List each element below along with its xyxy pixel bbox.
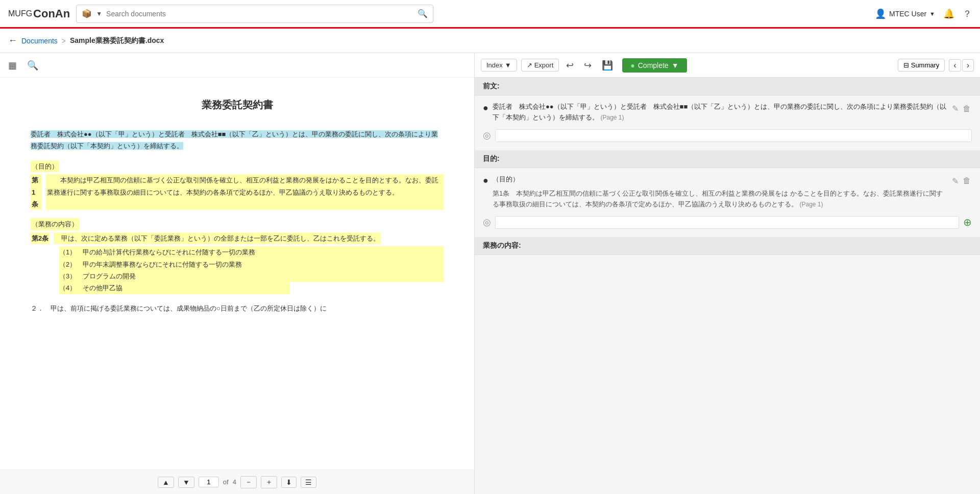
- app-logo: MUFG ConAn: [8, 7, 70, 20]
- user-menu[interactable]: 👤 MTEC User ▼: [875, 8, 935, 19]
- bell-icon[interactable]: 🔔: [943, 8, 954, 19]
- user-dropdown-icon: ▼: [929, 11, 935, 17]
- download-button[interactable]: ⬇: [281, 477, 297, 488]
- section-tag-content: （業務の内容）: [31, 218, 444, 230]
- summary-label: Summary: [911, 61, 940, 69]
- annotation-item: ● 委託者 株式会社●●（以下「甲」という）と受託者 株式会社■■（以下「乙」と…: [483, 102, 972, 123]
- purpose-tag: （目的）: [31, 160, 59, 172]
- annotation-purpose-actions: ✎ 🗑: [951, 175, 972, 187]
- export-button[interactable]: ↗ Export: [521, 59, 559, 72]
- delete-purpose-button[interactable]: 🗑: [962, 175, 972, 187]
- document-content: 業務委託契約書 委託者 株式会社●●（以下「甲」という）と受託者 株式会社■■（…: [0, 78, 474, 469]
- panel-toggle-button[interactable]: ▦: [6, 58, 19, 73]
- article-1-row: 第1条 本契約は甲乙相互間の信頼に基づく公正な取引関係を確立し、相互の利益と業務…: [31, 174, 444, 210]
- index-dropdown-icon: ▼: [505, 61, 511, 69]
- main-layout: ▦ 🔍 業務委託契約書 委託者 株式会社●●（以下「甲」という）と受託者 株式会…: [0, 53, 980, 494]
- purpose-bullet-icon: ●: [483, 175, 488, 186]
- note-input-purpose[interactable]: [495, 216, 959, 229]
- summary-button[interactable]: ⊟ Summary: [898, 59, 945, 72]
- article-2-text: 甲は、次に定める業務（以下「委託業務」という）の全部または一部を乙に委託し、乙は…: [54, 232, 381, 244]
- nav-next-button[interactable]: ›: [962, 59, 974, 72]
- article-2-sub-items: （1） 甲の給与計算代行業務ならびにそれに付随する一切の業務 （2） 甲の年末調…: [59, 246, 444, 294]
- complete-dropdown-icon: ▼: [672, 61, 679, 69]
- index-button[interactable]: Index ▼: [481, 59, 517, 72]
- page-down-button[interactable]: ▼: [178, 477, 194, 488]
- section-preamble: 前文: ● 委託者 株式会社●●（以下「甲」という）と受託者 株式会社■■（以下…: [475, 78, 980, 150]
- document-title: 業務委託契約書: [31, 98, 444, 112]
- section-purpose-header: 目的:: [475, 150, 980, 168]
- search-panel-button[interactable]: 🔍: [25, 58, 40, 73]
- breadcrumb-separator: >: [62, 37, 66, 45]
- user-avatar-icon: 👤: [875, 8, 886, 19]
- nav-prev-button[interactable]: ‹: [949, 59, 961, 72]
- note-input-preamble[interactable]: [495, 129, 972, 142]
- delete-preamble-button[interactable]: 🗑: [962, 103, 972, 114]
- section-tag-purpose: （目的）: [31, 160, 444, 172]
- sub-item-1: （1） 甲の給与計算代行業務ならびにそれに付随する一切の業務: [59, 246, 444, 258]
- article-2-2-row: ２． 甲は、前項に掲げる委託業務については、成果物納品の○日前まで（乙の所定休日…: [31, 302, 444, 314]
- export-label: Export: [534, 61, 554, 69]
- annotation-purpose-title: （目的）: [493, 174, 947, 185]
- dropdown-arrow-icon[interactable]: ▼: [96, 10, 102, 17]
- add-purpose-note-button[interactable]: ⊕: [963, 216, 972, 228]
- zoom-in-button[interactable]: ＋: [261, 476, 277, 488]
- section-purpose-block: （目的） 第1条 本契約は甲乙相互間の信頼に基づく公正な取引関係を確立し、相互の…: [31, 160, 444, 210]
- section-preamble-body: ● 委託者 株式会社●●（以下「甲」という）と受託者 株式会社■■（以下「乙」と…: [475, 96, 980, 150]
- breadcrumb-current-file: Sample業務委託契約書.docx: [70, 36, 164, 45]
- annotation-purpose-content: （目的） 第1条 本契約は甲乙相互間の信頼に基づく公正な取引関係を確立し、相互の…: [493, 174, 947, 210]
- search-submit-icon[interactable]: 🔍: [418, 9, 428, 18]
- section-purpose-body: ● （目的） 第1条 本契約は甲乙相互間の信頼に基づく公正な取引関係を確立し、相…: [475, 168, 980, 237]
- menu-button[interactable]: ☰: [301, 477, 316, 488]
- logo-conan: ConAn: [33, 7, 70, 20]
- complete-dot-icon: ●: [630, 61, 634, 69]
- intro-highlighted-text: 委託者 株式会社●●（以下「甲」という）と受託者 株式会社■■（以下「乙」という…: [31, 130, 438, 150]
- article-1-text: 本契約は甲乙相互間の信頼に基づく公正な取引関係を確立し、相互の利益と業務の発展を…: [46, 174, 444, 210]
- nav-arrows: ‹ ›: [949, 59, 974, 72]
- content-tag: （業務の内容）: [31, 218, 79, 230]
- breadcrumb-bar: ← Documents > Sample業務委託契約書.docx: [0, 29, 980, 53]
- article-2-2-text: ２． 甲は、前項に掲げる委託業務については、成果物納品の○日前まで（乙の所定休日…: [31, 304, 327, 312]
- sub-item-4: （4） その他甲乙協: [59, 282, 290, 294]
- section-content-block: （業務の内容） 第2条 甲は、次に定める業務（以下「委託業務」という）の全部また…: [31, 218, 444, 294]
- page-number-input[interactable]: [199, 477, 219, 487]
- nav-icons: 👤 MTEC User ▼ 🔔 ？: [875, 8, 972, 20]
- index-label: Index: [486, 61, 503, 69]
- note-bullet-icon: ◎: [483, 130, 491, 141]
- package-icon: 📦: [82, 9, 92, 18]
- back-button[interactable]: ←: [8, 35, 17, 46]
- section-purpose: 目的: ● （目的） 第1条 本契約は甲乙相互間の信頼に基づく公正な取引関係を確…: [475, 150, 980, 237]
- article-2-row: 第2条 甲は、次に定める業務（以下「委託業務」という）の全部または一部を乙に委託…: [31, 232, 444, 244]
- page-ref: (Page 1): [601, 114, 624, 121]
- note-input-row-purpose: ◎ ⊕: [483, 216, 972, 229]
- annotation-preamble-text: 委託者 株式会社●●（以下「甲」という）と受託者 株式会社■■（以下「乙」という…: [493, 102, 947, 123]
- section-preamble-header: 前文:: [475, 78, 980, 96]
- edit-preamble-button[interactable]: ✎: [951, 103, 960, 114]
- zoom-out-button[interactable]: －: [240, 476, 257, 488]
- complete-button[interactable]: ● Complete ▼: [622, 58, 687, 73]
- article-2-num: 第2条: [31, 232, 50, 244]
- annotation-purpose-detail: 第1条 本契約は甲乙相互間の信頼に基づく公正な取引関係を確立し、相互の利益と業務…: [493, 189, 947, 210]
- right-toolbar: Index ▼ ↗ Export ↩ ↪ 💾 ● Complete ▼ ⊟ Su…: [475, 53, 980, 78]
- page-of-label: of: [223, 478, 229, 486]
- page-up-button[interactable]: ▲: [158, 477, 174, 488]
- help-icon[interactable]: ？: [963, 8, 972, 20]
- note-purpose-bullet-icon: ◎: [483, 217, 491, 228]
- breadcrumb-documents[interactable]: Documents: [21, 37, 58, 45]
- redo-button[interactable]: ↪: [581, 59, 595, 72]
- section-business-content-header: 業務の内容:: [475, 237, 980, 255]
- left-toolbar: ▦ 🔍: [0, 53, 474, 78]
- article-1-num: 第1条: [31, 174, 42, 210]
- annotation-preamble-actions: ✎ 🗑: [951, 103, 972, 114]
- save-button[interactable]: 💾: [599, 59, 616, 72]
- right-content: 前文: ● 委託者 株式会社●●（以下「甲」という）と受託者 株式会社■■（以下…: [475, 78, 980, 494]
- undo-button[interactable]: ↩: [563, 59, 577, 72]
- complete-label: Complete: [638, 61, 669, 69]
- annotation-purpose-item: ● （目的） 第1条 本契約は甲乙相互間の信頼に基づく公正な取引関係を確立し、相…: [483, 174, 972, 210]
- edit-purpose-button[interactable]: ✎: [951, 175, 960, 187]
- left-panel: ▦ 🔍 業務委託契約書 委託者 株式会社●●（以下「甲」という）と受託者 株式会…: [0, 53, 475, 494]
- sub-item-3: （3） プログラムの開発: [59, 270, 444, 282]
- page-total: 4: [233, 478, 236, 486]
- search-input[interactable]: [106, 10, 413, 18]
- top-nav: MUFG ConAn 📦 ▼ 🔍 👤 MTEC User ▼ 🔔 ？: [0, 0, 980, 29]
- right-panel: Index ▼ ↗ Export ↩ ↪ 💾 ● Complete ▼ ⊟ Su…: [475, 53, 980, 494]
